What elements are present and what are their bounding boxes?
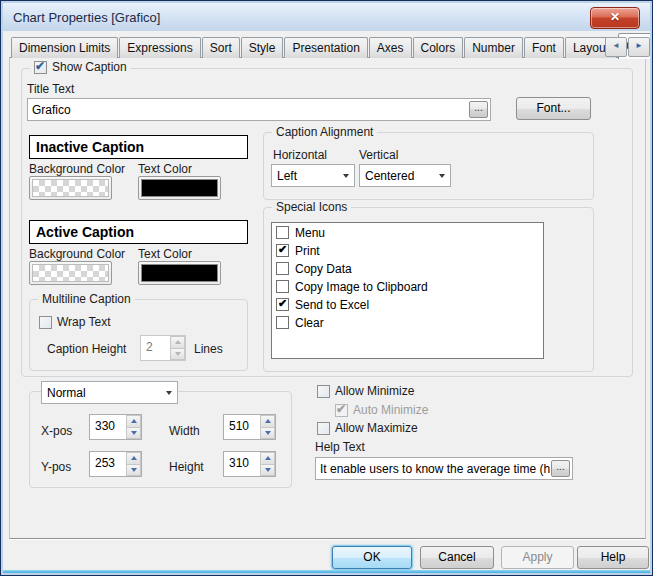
wrap-text-row[interactable]: ✔ Wrap Text — [39, 315, 111, 329]
allow-maximize-row[interactable]: ✔ Allow Maximize — [317, 421, 418, 435]
height-label: Height — [169, 460, 204, 474]
ypos-spin-up-icon[interactable] — [126, 452, 141, 465]
xpos-spinner[interactable]: 330 — [89, 414, 142, 440]
height-spin-up-icon[interactable] — [260, 452, 275, 465]
xpos-spin-up-icon[interactable] — [126, 415, 141, 428]
apply-button: Apply — [501, 546, 574, 569]
help-text-field-wrap: ... — [315, 457, 573, 480]
xpos-spin-down-icon[interactable] — [126, 428, 141, 440]
vertical-alignment-combobox[interactable]: Centered — [359, 164, 451, 187]
tab-colors[interactable]: Colors — [413, 37, 464, 58]
tab-expressions[interactable]: Expressions — [119, 37, 200, 58]
tab-scroll-buttons: ◄ ► — [605, 37, 650, 57]
caption-height-label: Caption Height — [47, 342, 126, 356]
position-mode-combobox[interactable]: Normal — [41, 381, 178, 404]
caption-height-spinner: 2 — [140, 335, 186, 361]
ok-button[interactable]: OK — [332, 546, 412, 569]
width-spin-down-icon[interactable] — [260, 428, 275, 440]
wrap-text-checkbox[interactable]: ✔ — [39, 316, 52, 329]
active-caption-preview: Active Caption — [29, 220, 248, 244]
help-text-browse-button[interactable]: ... — [551, 460, 570, 477]
help-text-input[interactable] — [315, 457, 573, 480]
position-mode-value: Normal — [42, 386, 161, 400]
xpos-value[interactable]: 330 — [90, 415, 126, 439]
inactive-bg-color-swatch[interactable] — [29, 176, 112, 200]
send-to-excel-label: Send to Excel — [295, 298, 369, 312]
tab-scroll-left-button[interactable]: ◄ — [605, 37, 627, 57]
tab-number[interactable]: Number — [464, 37, 523, 58]
copy-data-checkbox[interactable]: ✔ — [276, 262, 289, 275]
multiline-caption-legend: Multiline Caption — [38, 292, 135, 306]
check-icon: ✔ — [278, 297, 287, 310]
tab-scroll-right-button[interactable]: ► — [628, 37, 650, 57]
allow-minimize-row[interactable]: ✔ Allow Minimize — [317, 384, 414, 398]
menu-checkbox[interactable]: ✔ — [276, 226, 289, 239]
title-text-input[interactable] — [27, 98, 491, 121]
special-icon-row-print[interactable]: ✔ Print — [272, 241, 543, 259]
chevron-down-icon — [161, 391, 177, 395]
show-caption-label: Show Caption — [52, 60, 127, 74]
active-bg-color-swatch[interactable] — [29, 261, 112, 285]
transparent-checker-icon — [32, 179, 109, 197]
tab-font[interactable]: Font — [524, 37, 564, 58]
clear-checkbox[interactable]: ✔ — [276, 316, 289, 329]
transparent-checker-icon — [32, 264, 109, 282]
horizontal-alignment-combobox[interactable]: Left — [271, 164, 355, 187]
width-value[interactable]: 510 — [224, 415, 260, 439]
ypos-spinner[interactable]: 253 — [89, 451, 142, 477]
tab-sort[interactable]: Sort — [202, 37, 240, 58]
allow-maximize-checkbox[interactable]: ✔ — [317, 422, 330, 435]
chart-properties-dialog: Chart Properties [Grafico] ✕ Dimension L… — [0, 0, 653, 576]
arrow-left-icon: ◄ — [612, 41, 620, 50]
height-spinner[interactable]: 310 — [223, 451, 276, 477]
active-text-color-swatch[interactable] — [138, 261, 221, 285]
title-text-field-wrap: ... — [27, 98, 491, 121]
help-button[interactable]: Help — [577, 546, 649, 569]
caption-height-spin-down-icon — [170, 349, 185, 361]
menu-label: Menu — [295, 226, 325, 240]
close-icon: ✕ — [610, 10, 620, 24]
tab-presentation[interactable]: Presentation — [284, 37, 367, 58]
close-button[interactable]: ✕ — [590, 7, 640, 29]
chevron-down-icon — [338, 174, 354, 178]
ypos-spin-down-icon[interactable] — [126, 465, 141, 477]
auto-minimize-label: Auto Minimize — [353, 403, 428, 417]
xpos-label: X-pos — [41, 424, 72, 438]
ypos-value[interactable]: 253 — [90, 452, 126, 476]
show-caption-checkbox[interactable]: ✔ — [34, 61, 47, 74]
cancel-button[interactable]: Cancel — [420, 546, 494, 569]
special-icons-listbox: ✔ Menu ✔ Print ✔ Copy Data ✔ Copy Image … — [271, 222, 544, 359]
titlebar[interactable]: Chart Properties [Grafico] ✕ — [3, 3, 650, 31]
caption-height-spin-up-icon — [170, 336, 185, 349]
tab-axes[interactable]: Axes — [369, 37, 412, 58]
special-icon-row-copy-data[interactable]: ✔ Copy Data — [272, 259, 543, 277]
allow-maximize-label: Allow Maximize — [335, 421, 418, 435]
width-spin-up-icon[interactable] — [260, 415, 275, 428]
width-spinner[interactable]: 510 — [223, 414, 276, 440]
send-to-excel-checkbox[interactable]: ✔ — [276, 298, 289, 311]
inactive-text-color-label: Text Color — [138, 162, 192, 176]
tab-strip: Dimension Limits Expressions Sort Style … — [11, 34, 653, 58]
special-icon-row-clear[interactable]: ✔ Clear — [272, 313, 543, 331]
tab-dimension-limits[interactable]: Dimension Limits — [11, 37, 118, 58]
multiline-caption-group: Multiline Caption — [29, 299, 248, 371]
allow-minimize-checkbox[interactable]: ✔ — [317, 385, 330, 398]
black-color-fill — [141, 179, 218, 197]
height-value[interactable]: 310 — [224, 452, 260, 476]
font-button[interactable]: Font... — [516, 97, 591, 120]
inactive-text-color-swatch[interactable] — [138, 176, 221, 200]
print-checkbox[interactable]: ✔ — [276, 244, 289, 257]
special-icon-row-send-to-excel[interactable]: ✔ Send to Excel — [272, 295, 543, 313]
copy-image-checkbox[interactable]: ✔ — [276, 280, 289, 293]
inactive-caption-preview: Inactive Caption — [29, 135, 248, 159]
show-caption-legend: ✔ Show Caption — [30, 60, 131, 74]
height-spin-down-icon[interactable] — [260, 465, 275, 477]
help-text-label: Help Text — [315, 440, 365, 454]
clear-label: Clear — [295, 316, 324, 330]
auto-minimize-checkbox: ✔ — [335, 404, 348, 417]
special-icon-row-menu[interactable]: ✔ Menu — [272, 223, 543, 241]
special-icon-row-copy-image[interactable]: ✔ Copy Image to Clipboard — [272, 277, 543, 295]
tab-style[interactable]: Style — [241, 37, 284, 58]
special-icons-legend: Special Icons — [272, 200, 351, 214]
title-text-browse-button[interactable]: ... — [469, 101, 488, 118]
